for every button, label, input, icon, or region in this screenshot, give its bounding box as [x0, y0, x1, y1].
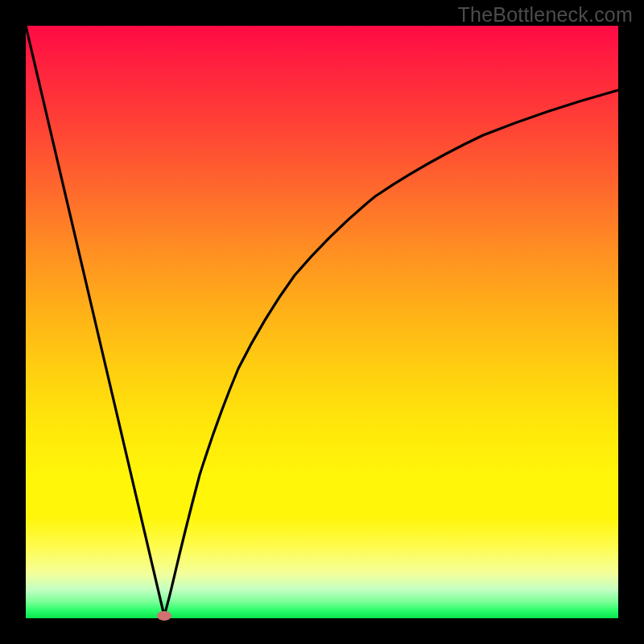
bottleneck-curve: [26, 26, 618, 618]
plot-area: [26, 26, 618, 618]
curve-right-segment: [164, 90, 618, 616]
minimum-marker: [157, 611, 171, 621]
curve-left-segment: [26, 26, 164, 616]
watermark-text: TheBottleneck.com: [458, 3, 633, 27]
